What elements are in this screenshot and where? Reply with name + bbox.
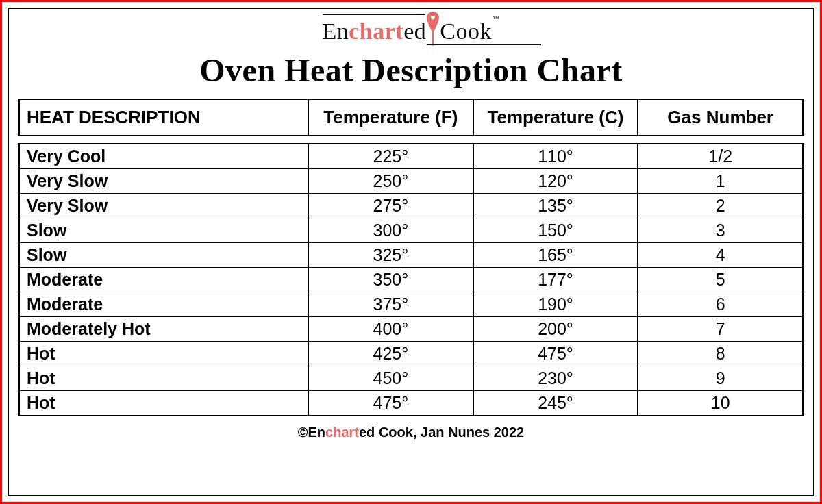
- cell-temp-c: 110°: [474, 143, 639, 169]
- cell-desc: Slow: [18, 243, 309, 268]
- footer-chart: chart: [325, 425, 359, 440]
- page-title: Oven Heat Description Chart: [199, 51, 622, 89]
- cell-gas: 1: [638, 169, 804, 194]
- cell-temp-f: 325°: [309, 243, 474, 268]
- cell-desc: Moderate: [18, 292, 309, 317]
- col-header-description: HEAT DESCRIPTION: [18, 99, 309, 136]
- logo-part-ed: ed: [403, 18, 426, 44]
- inner-frame: Encharted Cook™ Oven Heat Description Ch…: [8, 8, 814, 496]
- table-row: Hot 475° 245° 10: [18, 391, 804, 416]
- cell-temp-c: 475°: [474, 342, 639, 366]
- cell-temp-f: 275°: [309, 194, 474, 218]
- cell-temp-c: 200°: [474, 317, 639, 342]
- cell-temp-f: 400°: [309, 317, 474, 342]
- cell-temp-c: 190°: [474, 292, 639, 317]
- cell-temp-c: 177°: [474, 268, 639, 292]
- cell-desc: Very Slow: [18, 169, 309, 194]
- footer-prefix: ©En: [298, 425, 325, 440]
- outer-frame: Encharted Cook™ Oven Heat Description Ch…: [0, 0, 822, 504]
- cell-temp-c: 165°: [474, 243, 639, 268]
- oven-heat-table: HEAT DESCRIPTION Temperature (F) Tempera…: [18, 99, 804, 416]
- cell-temp-c: 245°: [474, 391, 639, 416]
- col-header-temp-f: Temperature (F): [309, 99, 474, 136]
- table-body: Very Cool 225° 110° 1/2 Very Slow 250° 1…: [18, 143, 804, 416]
- table-row: Hot 425° 475° 8: [18, 342, 804, 366]
- cell-temp-f: 300°: [309, 218, 474, 243]
- cell-temp-c: 150°: [474, 218, 639, 243]
- cell-gas: 6: [638, 292, 804, 317]
- cell-gas: 4: [638, 243, 804, 268]
- cell-temp-f: 450°: [309, 366, 474, 391]
- logo-rule-bottom: [427, 44, 541, 45]
- cell-desc: Very Slow: [18, 194, 309, 218]
- logo-text: Encharted Cook™: [323, 16, 500, 43]
- logo-part-cook: Cook: [440, 18, 492, 44]
- cell-gas: 5: [638, 268, 804, 292]
- cell-gas: 7: [638, 317, 804, 342]
- cell-desc: Hot: [18, 391, 309, 416]
- table-row: Moderately Hot 400° 200° 7: [18, 317, 804, 342]
- cell-desc: Very Cool: [18, 143, 309, 169]
- cell-temp-f: 375°: [309, 292, 474, 317]
- cell-temp-f: 225°: [309, 143, 474, 169]
- table-row: Slow 325° 165° 4: [18, 243, 804, 268]
- cell-gas: 9: [638, 366, 804, 391]
- cell-temp-c: 120°: [474, 169, 639, 194]
- table-row: Very Slow 250° 120° 1: [18, 169, 804, 194]
- cell-gas: 10: [638, 391, 804, 416]
- cell-desc: Moderate: [18, 268, 309, 292]
- cell-desc: Hot: [18, 342, 309, 366]
- map-pin-icon: [427, 16, 439, 46]
- cell-desc: Moderately Hot: [18, 317, 309, 342]
- table-row: Very Slow 275° 135° 2: [18, 194, 804, 218]
- cell-gas: 8: [638, 342, 804, 366]
- brand-logo: Encharted Cook™: [323, 16, 500, 43]
- cell-temp-f: 250°: [309, 169, 474, 194]
- logo-part-en: En: [323, 18, 349, 44]
- col-header-gas: Gas Number: [638, 99, 804, 136]
- table-row: Slow 300° 150° 3: [18, 218, 804, 243]
- col-header-temp-c: Temperature (C): [474, 99, 639, 136]
- cell-gas: 3: [638, 218, 804, 243]
- table-row: Moderate 375° 190° 6: [18, 292, 804, 317]
- cell-desc: Slow: [18, 218, 309, 243]
- copyright-footer: ©Encharted Cook, Jan Nunes 2022: [298, 425, 524, 440]
- cell-temp-c: 230°: [474, 366, 639, 391]
- logo-tm: ™: [493, 15, 500, 23]
- cell-gas: 2: [638, 194, 804, 218]
- table-row: Moderate 350° 177° 5: [18, 268, 804, 292]
- logo-rule-top: [323, 14, 425, 15]
- table-row: Very Cool 225° 110° 1/2: [18, 143, 804, 169]
- cell-gas: 1/2: [638, 143, 804, 169]
- cell-temp-f: 425°: [309, 342, 474, 366]
- table-row: Hot 450° 230° 9: [18, 366, 804, 391]
- footer-suffix: ed Cook, Jan Nunes 2022: [359, 425, 524, 440]
- cell-desc: Hot: [18, 366, 309, 391]
- cell-temp-f: 350°: [309, 268, 474, 292]
- logo-part-chart: chart: [349, 18, 403, 44]
- cell-temp-c: 135°: [474, 194, 639, 218]
- cell-temp-f: 475°: [309, 391, 474, 416]
- table-header: HEAT DESCRIPTION Temperature (F) Tempera…: [18, 99, 804, 136]
